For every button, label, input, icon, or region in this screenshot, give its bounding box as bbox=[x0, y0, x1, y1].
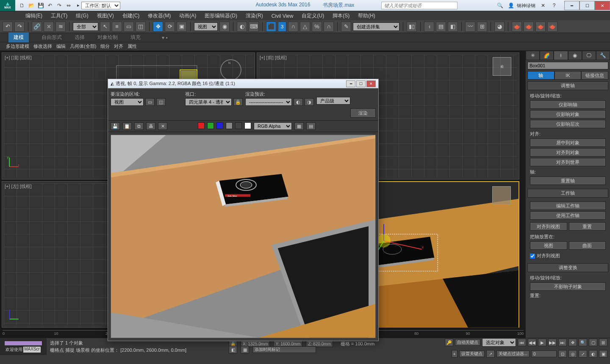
menu-grapheditors[interactable]: 图形编辑器(D) bbox=[205, 12, 237, 19]
render-setup-button[interactable]: 🫖 bbox=[512, 22, 522, 32]
render-title-bar[interactable]: ◭ 透视, 帧 0, 显示 Gamma: 2.2, RGBA 颜色 16 位/通… bbox=[108, 79, 378, 88]
environment-icon[interactable]: ◑ bbox=[305, 98, 314, 106]
menu-create[interactable]: 创建(C) bbox=[122, 12, 140, 19]
reset-button[interactable]: 重置 bbox=[569, 222, 606, 231]
ribbon-panel[interactable]: 属性 bbox=[128, 43, 137, 50]
percent-snap-button[interactable]: ∩ bbox=[288, 22, 298, 32]
mono-channel-icon[interactable] bbox=[235, 122, 242, 129]
keyboard-shortcut-button[interactable]: ⌨ bbox=[249, 22, 259, 32]
angle-snap-button[interactable]: 3 bbox=[278, 22, 286, 32]
viewcube-icon[interactable]: 前 bbox=[493, 57, 511, 76]
rollout-adjust-axis[interactable]: 调整轴 bbox=[527, 81, 608, 90]
channel-select[interactable]: RGB Alpha bbox=[254, 122, 292, 130]
pan-icon[interactable]: ✥ bbox=[568, 339, 577, 346]
next-frame-icon[interactable]: ▶▶ bbox=[548, 339, 557, 346]
affect-hierarchy-button[interactable]: 仅影响层次 bbox=[530, 120, 606, 128]
align-to-view-check[interactable] bbox=[530, 254, 535, 259]
key-target-select[interactable]: 选定对象 bbox=[482, 338, 516, 347]
help-icon[interactable]: ? bbox=[549, 1, 559, 10]
select-rect-button[interactable]: ▭ bbox=[124, 22, 134, 32]
rollout-work-axis[interactable]: 工作轴 bbox=[527, 189, 608, 198]
viewport-label[interactable]: [+] [前] [线框] bbox=[260, 55, 287, 61]
select-move-button[interactable]: ✥ bbox=[153, 22, 163, 32]
redo-icon[interactable]: ↷ bbox=[55, 1, 64, 10]
percent-snap2-button[interactable]: % bbox=[312, 22, 322, 32]
fov-icon[interactable]: ▢ bbox=[589, 339, 597, 346]
key-mode-icon[interactable]: + bbox=[452, 350, 458, 358]
ribbon-panel[interactable]: 对齐 bbox=[114, 43, 123, 50]
search-icon[interactable]: 🔍 bbox=[495, 1, 505, 10]
ribbon-panel[interactable]: 细分 bbox=[100, 43, 110, 50]
use-workaxis-button[interactable]: 使用工作轴 bbox=[530, 211, 606, 220]
save-image-icon[interactable]: 💾 bbox=[111, 122, 120, 130]
maximize-button[interactable]: ☐ bbox=[580, 1, 595, 10]
signin-icon[interactable]: 👤 bbox=[506, 1, 516, 10]
alpha-channel-icon[interactable] bbox=[226, 122, 233, 129]
toggle-overlay1-icon[interactable]: ▦ bbox=[294, 122, 304, 130]
search-input[interactable] bbox=[381, 2, 458, 9]
menu-edit[interactable]: 编辑(E) bbox=[25, 12, 42, 19]
rollout-adjust-xform[interactable]: 调整变换 bbox=[527, 263, 608, 272]
tab-utilities-icon[interactable]: 🔧 bbox=[596, 51, 610, 60]
clear-channel-icon[interactable] bbox=[244, 122, 251, 129]
ribbon-panel[interactable]: 多边形建模 bbox=[6, 43, 29, 50]
linkinfo-tab[interactable]: 链接信息 bbox=[581, 71, 608, 80]
blue-channel-icon[interactable] bbox=[216, 122, 223, 129]
align-to-object-button[interactable]: 对齐到对象 bbox=[530, 148, 606, 157]
reset-axis-button[interactable]: 重置轴 bbox=[530, 176, 606, 185]
ribbon-tab-selection[interactable]: 选择 bbox=[75, 34, 85, 41]
goto-start-icon[interactable]: ⏮ bbox=[518, 339, 526, 346]
goto-end-icon[interactable]: ⏭ bbox=[558, 339, 567, 346]
menu-modifiers[interactable]: 修改器(M) bbox=[148, 12, 171, 19]
tab-display-icon[interactable]: 🖵 bbox=[582, 51, 596, 60]
render-button[interactable]: 渲染 bbox=[350, 108, 376, 118]
window-crossing-button[interactable]: ◫ bbox=[136, 22, 146, 32]
render-area-select[interactable]: 视图 bbox=[111, 98, 144, 106]
undo-button[interactable]: ↶ bbox=[3, 22, 13, 32]
select-name-button[interactable]: ≡ bbox=[112, 22, 122, 32]
ribbon-tab-freeform[interactable]: 自由形式 bbox=[42, 34, 62, 41]
viewport-label[interactable]: [+] [左] [线框] bbox=[5, 183, 32, 190]
manipulate-button[interactable]: ◐ bbox=[237, 22, 247, 32]
ik-tab[interactable]: IK bbox=[555, 71, 582, 80]
zoom-icon[interactable]: 🔍 bbox=[579, 339, 587, 346]
spinner-snap2-button[interactable]: ∩ bbox=[324, 22, 334, 32]
ref-coord-select[interactable]: 视图 bbox=[194, 22, 218, 31]
render-preset-select[interactable]: ------------------------- bbox=[245, 98, 292, 106]
place-view-button[interactable]: 视图 bbox=[530, 241, 567, 250]
maxscript-label[interactable]: MAXScr bbox=[23, 347, 41, 353]
link-button[interactable]: 🔗 bbox=[32, 22, 42, 32]
new-icon[interactable]: 🗋 bbox=[18, 1, 26, 10]
select-scale-button[interactable]: ▣ bbox=[177, 22, 187, 32]
dolly-icon[interactable]: ⤢ bbox=[579, 350, 587, 358]
app-logo[interactable]: MAX bbox=[0, 0, 15, 11]
exchange-icon[interactable]: ✕ bbox=[538, 1, 548, 10]
ribbon-tab-modeling[interactable]: 建模 bbox=[8, 33, 29, 42]
minimize-button[interactable]: ━ bbox=[564, 1, 580, 10]
align-to-view-button[interactable]: 对齐到视图 bbox=[530, 222, 567, 231]
zoom-all-icon[interactable]: ⊞ bbox=[599, 339, 607, 346]
material-editor-button[interactable]: ◕ bbox=[494, 22, 505, 32]
viewcube-icon[interactable] bbox=[492, 186, 511, 205]
ribbon-panel[interactable]: 修改选择 bbox=[33, 43, 52, 50]
menu-animation[interactable]: 动画(A) bbox=[179, 12, 196, 19]
named-selection-select[interactable]: 创建选择集 bbox=[353, 22, 399, 31]
mirror-button[interactable]: ▮▯ bbox=[407, 22, 417, 32]
edit-named-button[interactable]: ✎ bbox=[341, 22, 351, 32]
walk-icon[interactable]: ◐ bbox=[589, 350, 597, 358]
save-icon[interactable]: 💾 bbox=[36, 1, 45, 10]
affect-object-button[interactable]: 仅影响对象 bbox=[530, 110, 606, 119]
render-close-button[interactable]: ✕ bbox=[366, 80, 376, 87]
track-bar[interactable] bbox=[4, 341, 42, 346]
auto-region-icon[interactable]: ◫ bbox=[156, 98, 166, 106]
menu-customize[interactable]: 自定义(U) bbox=[302, 12, 324, 19]
green-channel-icon[interactable] bbox=[207, 122, 214, 129]
menu-help[interactable]: 帮助(H) bbox=[358, 12, 375, 19]
dont-affect-children-button[interactable]: 不影响子对象 bbox=[530, 282, 606, 291]
viewport-label[interactable]: [+] [顶] [线框] bbox=[5, 55, 32, 61]
key-filter-icon[interactable]: ↗ bbox=[486, 350, 495, 358]
tab-motion-icon[interactable]: ◉ bbox=[568, 51, 582, 60]
toggle-ribbon-button[interactable]: ◧ bbox=[448, 22, 458, 32]
orbit-icon[interactable]: ◎ bbox=[568, 350, 577, 358]
affect-pivot-button[interactable]: 仅影响轴 bbox=[530, 100, 606, 109]
